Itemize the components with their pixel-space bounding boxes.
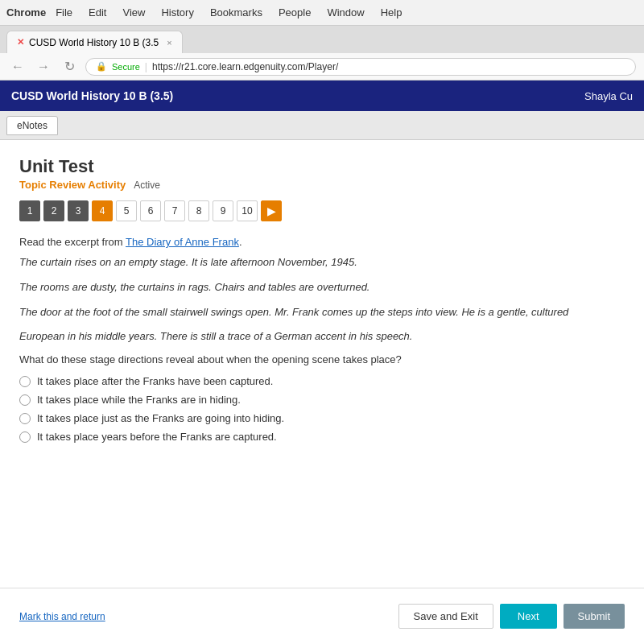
passage-text-line2: The rooms are dusty, the curtains in rag… [19, 279, 625, 296]
topic-row: Topic Review Activity Active [19, 179, 625, 191]
active-badge: Active [134, 180, 160, 191]
question-numbers: 1 2 3 4 5 6 7 8 9 10 ▶ [19, 200, 625, 221]
option-3[interactable]: It takes place just as the Franks are go… [19, 412, 625, 424]
submit-button[interactable]: Submit [564, 604, 625, 629]
option-2-text: It takes place while the Franks are in h… [37, 394, 241, 406]
question-num-2[interactable]: 2 [43, 200, 64, 221]
browser-tab[interactable]: ✕ CUSD World History 10 B (3.5 × [6, 31, 183, 53]
people-menu[interactable]: People [272, 5, 317, 20]
question-num-5[interactable]: 5 [116, 200, 137, 221]
address-input[interactable]: 🔒 Secure | https://r21.core.learn.edgenu… [85, 58, 636, 76]
bottom-buttons: Save and Exit Next Submit [398, 604, 625, 629]
question-num-7[interactable]: 7 [164, 200, 185, 221]
option-2[interactable]: It takes place while the Franks are in h… [19, 394, 625, 406]
chrome-menu-item[interactable]: Chrome [6, 6, 46, 19]
question-num-4[interactable]: 4 [92, 200, 113, 221]
forward-button[interactable]: → [34, 60, 53, 74]
enotes-tab[interactable]: eNotes [6, 116, 58, 135]
url-display: https://r21.core.learn.edgenuity.com/Pla… [152, 61, 338, 72]
secure-label: Secure [112, 62, 140, 72]
history-menu[interactable]: History [155, 5, 200, 20]
app-title: CUSD World History 10 B (3.5) [11, 89, 173, 102]
bottom-bar: Mark this and return Save and Exit Next … [0, 588, 644, 644]
tab-close-button[interactable]: × [167, 38, 171, 47]
radio-2[interactable] [19, 394, 31, 406]
question-num-6[interactable]: 6 [140, 200, 161, 221]
passage-text-line3: The door at the foot of the small stairw… [19, 304, 625, 321]
option-4[interactable]: It takes place years before the Franks a… [19, 431, 625, 443]
question-num-3[interactable]: 3 [68, 200, 89, 221]
url-separator: | [145, 61, 147, 72]
question-num-8[interactable]: 8 [188, 200, 209, 221]
unit-test-title: Unit Test [19, 156, 625, 177]
bookmarks-menu[interactable]: Bookmarks [204, 5, 269, 20]
view-menu[interactable]: View [116, 5, 151, 20]
question-text: What do these stage directions reveal ab… [19, 353, 625, 365]
tab-favicon: ✕ [17, 37, 24, 47]
option-3-text: It takes place just as the Franks are go… [37, 412, 284, 424]
question-num-10[interactable]: 10 [237, 200, 258, 221]
option-4-text: It takes place years before the Franks a… [37, 431, 277, 443]
save-exit-button[interactable]: Save and Exit [398, 604, 493, 629]
chrome-menubar: Chrome File Edit View History Bookmarks … [0, 0, 644, 26]
window-menu[interactable]: Window [320, 5, 370, 20]
passage-text-line4: European in his middle years. There is s… [19, 328, 625, 345]
edit-menu[interactable]: Edit [82, 5, 113, 20]
question-num-9[interactable]: 9 [213, 200, 233, 221]
answer-options: It takes place after the Franks have bee… [19, 375, 625, 443]
excerpt-intro: Read the excerpt from The Diary of Anne … [19, 236, 625, 248]
menu-items: File Edit View History Bookmarks People … [49, 5, 408, 20]
help-menu[interactable]: Help [374, 5, 409, 20]
file-menu[interactable]: File [49, 5, 79, 20]
radio-3[interactable] [19, 413, 31, 424]
topic-label: Topic Review Activity [19, 179, 126, 191]
user-name: Shayla Cu [584, 90, 633, 102]
address-bar: ← → ↻ 🔒 Secure | https://r21.core.learn.… [0, 53, 644, 80]
passage-text-line1: The curtain rises on an empty stage. It … [19, 254, 625, 271]
question-num-1[interactable]: 1 [19, 200, 40, 221]
refresh-button[interactable]: ↻ [60, 59, 79, 74]
next-button[interactable]: Next [500, 604, 557, 629]
sub-nav: eNotes [0, 111, 644, 140]
tab-title: CUSD World History 10 B (3.5 [29, 37, 159, 48]
back-button[interactable]: ← [8, 60, 27, 74]
secure-icon: 🔒 [96, 61, 107, 72]
app-header: CUSD World History 10 B (3.5) Shayla Cu [0, 80, 644, 111]
book-title-link[interactable]: The Diary of Anne Frank [126, 236, 239, 248]
tab-bar: ✕ CUSD World History 10 B (3.5 × [0, 26, 644, 53]
mark-return-link[interactable]: Mark this and return [19, 611, 105, 622]
radio-1[interactable] [19, 376, 31, 387]
option-1-text: It takes place after the Franks have bee… [37, 375, 273, 387]
main-content: Unit Test Topic Review Activity Active 1… [0, 140, 644, 588]
next-question-arrow[interactable]: ▶ [261, 200, 282, 221]
radio-4[interactable] [19, 431, 31, 443]
option-1[interactable]: It takes place after the Franks have bee… [19, 375, 625, 387]
